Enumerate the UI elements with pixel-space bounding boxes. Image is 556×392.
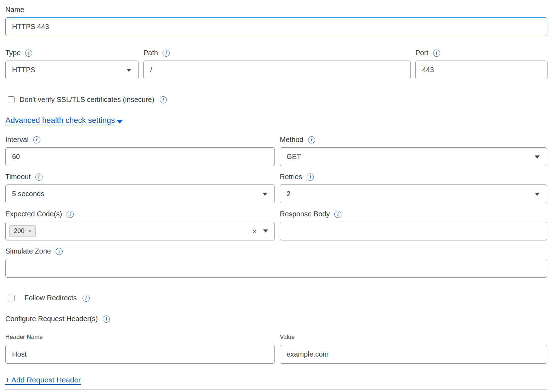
port-input[interactable] [415,61,548,79]
info-icon[interactable]: i [307,174,314,181]
expected-code-chip: 200 × [9,225,36,237]
path-input[interactable] [143,61,411,79]
header-value-label: Value [280,334,295,341]
info-icon[interactable]: i [103,316,110,323]
ssl-verify-checkbox[interactable] [8,96,15,103]
type-path-port-row: Type i HTTPS Path i Port i [5,49,547,79]
add-request-header-link[interactable]: + Add Request Header [5,376,81,384]
info-icon[interactable]: i [83,295,90,302]
follow-redirects-label: Follow Redirects [24,294,77,302]
advanced-settings-link[interactable]: Advanced health check settings [5,116,115,125]
ssl-verify-checkbox-row: Don't verify SSL/TLS certificates (insec… [5,96,547,104]
chevron-down-icon [262,193,267,196]
method-label: Method [280,136,303,144]
interval-field: Interval i [5,136,275,166]
response-body-label: Response Body [280,210,330,218]
method-field: Method i GET [280,136,547,166]
retries-select[interactable]: 2 [280,184,547,203]
ssl-verify-label: Don't verify SSL/TLS certificates (insec… [19,96,154,104]
follow-redirects-row: Follow Redirects i [5,294,547,302]
name-label: Name [5,6,24,14]
header-value-input[interactable] [280,345,547,364]
info-icon[interactable]: i [163,50,170,57]
chip-remove-icon[interactable]: × [28,228,31,234]
chevron-down-icon [126,69,131,72]
type-label: Type [5,49,21,57]
header-name-field: Header Name [5,334,275,364]
timeout-label: Timeout [5,173,31,181]
chevron-down-icon[interactable] [263,229,268,233]
info-icon[interactable]: i [33,136,40,143]
port-label: Port [415,49,429,57]
response-body-field: Response Body i [280,210,547,240]
expected-codes-field: Expected Code(s) i 200 × × [5,210,275,240]
info-icon[interactable]: i [334,211,341,218]
type-select-value: HTTPS [12,66,35,74]
type-select[interactable]: HTTPS [5,61,139,79]
header-value-field: Value [280,334,547,364]
info-icon[interactable]: i [25,50,32,57]
info-icon[interactable]: i [308,136,315,143]
retries-label: Retries [280,173,302,181]
info-icon[interactable]: i [67,211,74,218]
method-select-value: GET [286,153,301,161]
path-label: Path [143,49,158,57]
request-headers-section-label-row: Configure Request Header(s) i [5,315,547,323]
simulate-zone-field: Simulate Zone i [5,247,547,278]
caret-down-icon[interactable] [117,120,123,124]
clear-all-icon[interactable]: × [253,227,257,235]
expected-code-chip-label: 200 [14,227,24,235]
header-name-label: Header Name [5,334,43,341]
interval-label: Interval [5,136,29,144]
timeout-select[interactable]: 5 seconds [5,184,275,203]
info-icon[interactable]: i [35,174,42,181]
interval-input[interactable] [5,147,275,166]
chevron-down-icon [535,155,540,159]
add-request-header-row: + Add Request Header [5,376,547,384]
name-label-row: Name [5,6,547,14]
simulate-zone-input[interactable] [5,259,547,278]
expected-codes-multiselect[interactable]: 200 × × [5,222,275,240]
retries-select-value: 2 [286,190,290,198]
request-header-row: Header Name Value [5,334,547,364]
advanced-settings-row: Advanced health check settings [5,116,547,125]
chevron-down-icon [535,193,540,196]
info-icon[interactable]: i [56,248,63,255]
header-name-input[interactable] [5,345,275,364]
expected-codes-label: Expected Code(s) [5,210,62,218]
name-input[interactable] [5,17,547,36]
method-select[interactable]: GET [280,147,547,166]
request-headers-section-label: Configure Request Header(s) [5,315,98,323]
section-divider [5,390,547,390]
advanced-settings-grid: Interval i Method i GET Timeout i 5 seco… [5,136,547,278]
info-icon[interactable]: i [433,50,440,57]
timeout-select-value: 5 seconds [12,190,44,198]
response-body-input[interactable] [280,222,547,240]
timeout-field: Timeout i 5 seconds [5,173,275,203]
health-check-form: Name Type i HTTPS Path i Port i [5,0,547,390]
follow-redirects-checkbox[interactable] [8,295,15,301]
info-icon[interactable]: i [160,96,167,103]
add-request-header-link-label: + Add Request Header [5,376,81,384]
simulate-zone-label: Simulate Zone [5,247,51,255]
advanced-settings-link-label: Advanced health check settings [5,116,115,125]
retries-field: Retries i 2 [280,173,547,203]
